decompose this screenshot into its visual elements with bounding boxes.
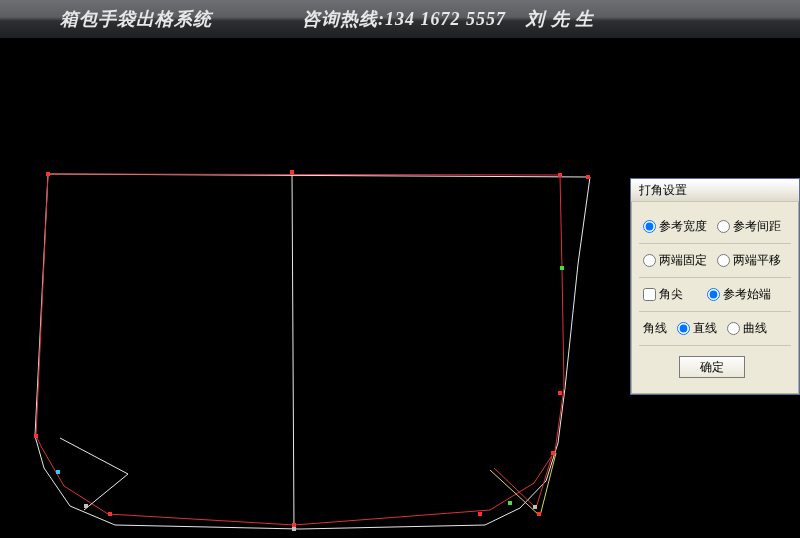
corner-settings-dialog: 打角设置 参考宽度 参考间距 两端固定 两端平移	[630, 178, 800, 395]
opt-corner-tip[interactable]: 角尖	[643, 286, 683, 303]
center-line	[292, 172, 294, 530]
svg-rect-12	[292, 527, 296, 531]
radio-curve[interactable]	[727, 322, 740, 335]
svg-rect-1	[290, 170, 294, 174]
checkbox-corner-tip[interactable]	[643, 288, 656, 301]
label-fixed-ends: 两端固定	[659, 252, 707, 269]
radio-ref-width[interactable]	[643, 220, 656, 233]
opt-curve[interactable]: 曲线	[727, 320, 767, 337]
outline-red	[36, 174, 564, 525]
dialog-title: 打角设置	[631, 179, 799, 202]
app-header: 箱包手袋出格系统 咨询热线:134 1672 5557 刘 先 生	[0, 0, 800, 38]
radio-ref-gap[interactable]	[717, 220, 730, 233]
label-ref-width: 参考宽度	[659, 218, 707, 235]
dialog-buttons: 确定	[639, 346, 791, 384]
label-straight: 直线	[693, 320, 717, 337]
label-shift-ends: 两端平移	[733, 252, 781, 269]
label-corner-tip: 角尖	[659, 286, 683, 303]
opt-fixed-ends[interactable]: 两端固定	[643, 252, 707, 269]
row-ends: 两端固定 两端平移	[639, 244, 791, 278]
svg-rect-15	[533, 505, 537, 509]
opt-straight[interactable]: 直线	[677, 320, 717, 337]
ok-button[interactable]: 确定	[679, 356, 745, 378]
app-title: 箱包手袋出格系统	[60, 7, 212, 31]
control-points	[34, 170, 590, 531]
radio-straight[interactable]	[677, 322, 690, 335]
opt-ref-width[interactable]: 参考宽度	[643, 218, 707, 235]
right-corner-yellow	[490, 453, 556, 516]
label-cornerline: 角线	[643, 320, 667, 337]
label-curve: 曲线	[743, 320, 767, 337]
opt-ref-start[interactable]: 参考始端	[707, 286, 771, 303]
svg-rect-9	[84, 504, 88, 508]
opt-shift-ends[interactable]: 两端平移	[717, 252, 781, 269]
svg-rect-7	[34, 434, 38, 438]
svg-rect-10	[108, 512, 112, 516]
svg-rect-11	[292, 523, 296, 527]
left-corner-v	[60, 438, 128, 510]
row-reference: 参考宽度 参考间距	[639, 210, 791, 244]
svg-rect-3	[586, 175, 590, 179]
svg-rect-5	[558, 391, 562, 395]
hotline-text: 咨询热线:134 1672 5557	[302, 7, 506, 31]
opt-ref-gap[interactable]: 参考间距	[717, 218, 781, 235]
svg-rect-16	[537, 512, 541, 516]
svg-rect-4	[560, 266, 564, 270]
contact-name: 刘 先 生	[526, 7, 594, 31]
svg-rect-13	[478, 512, 482, 516]
radio-ref-start[interactable]	[707, 288, 720, 301]
dialog-body: 参考宽度 参考间距 两端固定 两端平移 角尖	[631, 202, 799, 394]
svg-rect-0	[46, 172, 50, 176]
row-line-type: 角线 直线 曲线	[639, 312, 791, 346]
svg-rect-14	[508, 501, 512, 505]
outline-white	[35, 174, 590, 529]
label-ref-start: 参考始端	[723, 286, 771, 303]
row-tip: 角尖 参考始端	[639, 278, 791, 312]
radio-fixed-ends[interactable]	[643, 254, 656, 267]
svg-rect-2	[558, 173, 562, 177]
radio-shift-ends[interactable]	[717, 254, 730, 267]
svg-rect-6	[551, 451, 555, 455]
label-ref-gap: 参考间距	[733, 218, 781, 235]
svg-rect-8	[56, 470, 60, 474]
